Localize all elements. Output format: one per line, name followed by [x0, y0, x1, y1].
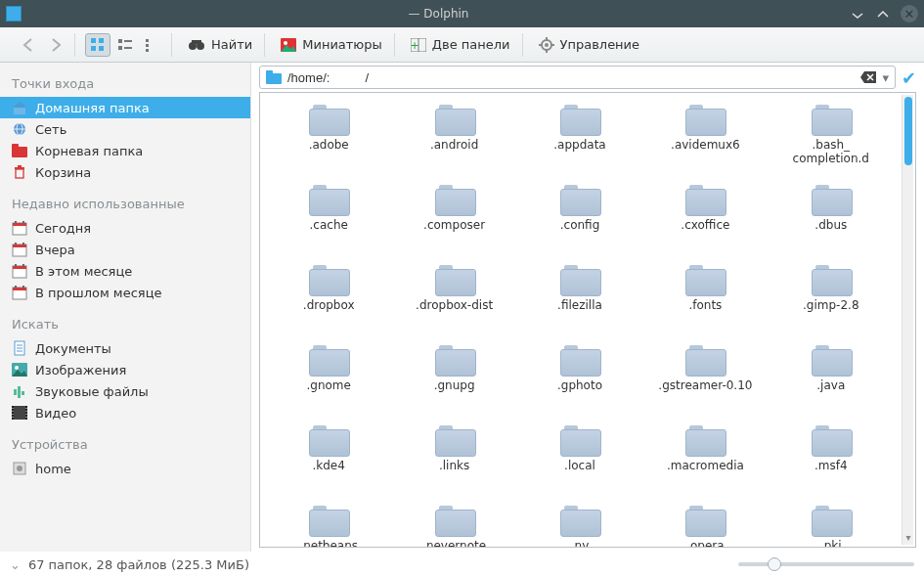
audio-icon	[12, 383, 27, 399]
folder-item[interactable]: .pki	[769, 504, 894, 547]
folder-item[interactable]: .cxoffice	[642, 183, 768, 263]
folder-item[interactable]: .bash_ completion.d	[769, 103, 894, 183]
window: — Dolphin ✕ Найти Миниатюры	[0, 0, 924, 577]
folder-item[interactable]: .gstreamer-0.10	[642, 343, 768, 423]
content-area: ▾ ✔ .adobe.android.appdata.avidemux6.bas…	[251, 63, 924, 552]
folder-icon	[435, 265, 474, 294]
address-field[interactable]: ▾	[259, 66, 896, 89]
folder-item[interactable]: .nevernote	[391, 504, 516, 547]
folder-label: .opera	[686, 539, 724, 547]
folder-icon	[309, 506, 348, 535]
close-button[interactable]: ✕	[901, 5, 918, 22]
svg-point-20	[545, 43, 549, 47]
zoom-slider[interactable]	[738, 562, 914, 566]
sidebar-item[interactable]: home	[0, 458, 250, 479]
folder-icon	[812, 506, 851, 535]
folder-icon	[266, 70, 282, 84]
folder-item[interactable]: .dropbox	[266, 263, 391, 343]
svg-rect-3	[99, 46, 104, 51]
folder-item[interactable]: .dbus	[769, 183, 894, 263]
folder-item[interactable]: .avidemux6	[642, 103, 768, 183]
scrollbar-down-icon[interactable]: ▾	[902, 532, 914, 543]
sidebar-item[interactable]: Звуковые файлы	[0, 380, 250, 402]
folder-item[interactable]: .filezilla	[517, 263, 642, 343]
clear-address-icon[interactable]	[860, 71, 876, 83]
file-grid[interactable]: .adobe.android.appdata.avidemux6.bash_ c…	[260, 93, 900, 547]
minimize-button[interactable]	[850, 6, 865, 22]
sidebar-item[interactable]: Вчера	[0, 239, 250, 260]
svg-rect-9	[146, 44, 149, 47]
folder-item[interactable]: .gnupg	[391, 343, 516, 423]
folder-icon	[685, 265, 725, 294]
thumbnails-icon	[281, 38, 296, 52]
svg-rect-31	[16, 169, 23, 178]
folder-item[interactable]: .config	[517, 183, 642, 263]
find-button[interactable]: Найти	[182, 34, 258, 55]
sidebar-item[interactable]: В прошлом месяце	[0, 282, 250, 303]
zoom-knob[interactable]	[768, 557, 781, 571]
folder-item[interactable]: .kde4	[266, 423, 391, 504]
folder-item[interactable]: .opera	[642, 504, 768, 547]
folder-item[interactable]: .cache	[266, 183, 391, 263]
folder-item[interactable]: .dropbox-dist	[391, 263, 516, 343]
sidebar-resize-handle[interactable]: ⌄	[10, 557, 21, 572]
sidebar-item[interactable]: В этом месяце	[0, 260, 250, 282]
folder-icon	[560, 185, 599, 214]
folder-icon	[812, 185, 851, 214]
sidebar-item-label: Сеть	[35, 122, 66, 137]
folder-item[interactable]: .fonts	[642, 263, 768, 343]
folder-item[interactable]: .links	[391, 423, 516, 504]
folder-icon	[685, 105, 725, 134]
vertical-scrollbar[interactable]: ▾	[902, 95, 913, 545]
folder-label: .dropbox	[303, 298, 355, 312]
folder-label: .kde4	[312, 459, 344, 472]
folder-icon	[685, 185, 725, 214]
split-button[interactable]: + Две панели	[405, 34, 516, 55]
folder-item[interactable]: .gnome	[266, 343, 391, 423]
trash-icon	[12, 164, 27, 180]
folder-item[interactable]: .gphoto	[517, 343, 642, 423]
svg-rect-36	[15, 221, 17, 224]
sidebar-item[interactable]: Сегодня	[0, 217, 250, 239]
folder-item[interactable]: .java	[769, 343, 894, 423]
svg-point-55	[15, 366, 19, 370]
folder-label: .composer	[423, 218, 485, 232]
sidebar-item[interactable]: Документы	[0, 337, 250, 359]
sidebar-item[interactable]: Домашняя папка	[0, 97, 250, 118]
confirm-address-button[interactable]: ✔	[902, 67, 916, 88]
view-details-button[interactable]	[140, 33, 165, 57]
sidebar-item[interactable]: Сеть	[0, 118, 250, 140]
folder-item[interactable]: .android	[391, 103, 516, 183]
folder-icon	[685, 506, 725, 535]
sidebar-item[interactable]: Корневая папка	[0, 140, 250, 161]
address-dropdown-icon[interactable]: ▾	[882, 70, 889, 85]
find-label: Найти	[211, 37, 252, 52]
address-input[interactable]	[287, 70, 855, 85]
folder-item[interactable]: .msf4	[769, 423, 894, 504]
forward-button[interactable]	[43, 33, 68, 57]
sidebar-item[interactable]: Видео	[0, 402, 250, 423]
maximize-button[interactable]	[875, 6, 891, 22]
folder-item[interactable]: .adobe	[266, 103, 391, 183]
control-button[interactable]: Управление	[533, 34, 646, 56]
back-button[interactable]	[16, 33, 41, 57]
folder-icon	[560, 265, 599, 294]
svg-rect-6	[118, 46, 122, 50]
folder-item[interactable]: .local	[517, 423, 642, 504]
sidebar-item[interactable]: Изображения	[0, 359, 250, 380]
folder-item[interactable]: .netbeans	[266, 504, 391, 547]
split-label: Две панели	[432, 37, 510, 52]
titlebar: — Dolphin ✕	[0, 0, 924, 27]
view-icons-button[interactable]	[85, 33, 110, 57]
sidebar-item[interactable]: Корзина	[0, 161, 250, 183]
folder-item[interactable]: .composer	[391, 183, 516, 263]
thumbnails-button[interactable]: Миниатюры	[275, 34, 388, 55]
folder-item[interactable]: .macromedia	[642, 423, 768, 504]
folder-item[interactable]: .appdata	[517, 103, 642, 183]
folder-item[interactable]: .nv	[517, 504, 642, 547]
view-compact-button[interactable]	[112, 33, 138, 57]
folder-item[interactable]: .gimp-2.8	[769, 263, 894, 343]
scrollbar-thumb[interactable]	[904, 97, 912, 165]
folder-label: .avidemux6	[671, 138, 740, 152]
svg-rect-44	[15, 264, 17, 267]
